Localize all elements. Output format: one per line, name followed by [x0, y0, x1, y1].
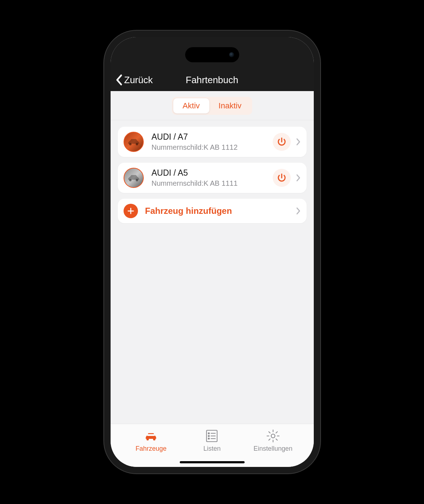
disclosure-indicator [296, 207, 301, 215]
vehicle-text: AUDI / A5 Nummernschild:K AB 1111 [152, 168, 273, 188]
gear-icon [265, 428, 281, 444]
segmented-control: Aktiv Inaktiv [172, 97, 252, 115]
power-toggle-button[interactable] [273, 169, 291, 187]
tab-bar: Fahrzeuge Listen Eins [111, 424, 314, 467]
phone-frame: Zurück Fahrtenbuch Aktiv Inaktiv [104, 31, 320, 473]
vehicle-avatar [124, 168, 144, 188]
svg-point-14 [271, 434, 275, 438]
tab-fahrzeuge[interactable]: Fahrzeuge [126, 428, 176, 467]
vehicle-list: AUDI / A7 Nummernschild:K AB 1112 [111, 120, 314, 424]
disclosure-indicator [296, 138, 301, 146]
power-icon [277, 137, 287, 147]
svg-point-12 [209, 438, 210, 439]
segmented-control-wrap: Aktiv Inaktiv [111, 91, 314, 120]
vehicle-subtitle: Nummernschild:K AB 1111 [152, 179, 273, 188]
vehicle-row[interactable]: AUDI / A7 Nummernschild:K AB 1112 [118, 127, 307, 157]
vehicle-title: AUDI / A7 [152, 132, 273, 142]
segment-inaktiv[interactable]: Inaktiv [209, 98, 251, 113]
tab-label: Listen [203, 445, 220, 453]
vehicle-text: AUDI / A7 Nummernschild:K AB 1112 [152, 132, 273, 152]
vehicle-subtitle: Nummernschild:K AB 1112 [152, 143, 273, 152]
svg-rect-4 [147, 434, 155, 436]
chevron-right-icon [296, 174, 301, 182]
chevron-right-icon [296, 207, 301, 215]
chevron-right-icon [296, 138, 301, 146]
phone-screen: Zurück Fahrtenbuch Aktiv Inaktiv [111, 37, 314, 467]
plate-label: Nummernschild: [152, 179, 204, 187]
plate-label: Nummernschild: [152, 143, 204, 151]
home-indicator[interactable] [180, 461, 245, 463]
tab-einstellungen[interactable]: Einstellungen [248, 428, 298, 467]
car-icon [143, 428, 159, 444]
chevron-left-icon [115, 74, 123, 86]
vehicle-row[interactable]: AUDI / A5 Nummernschild:K AB 1111 [118, 163, 307, 193]
svg-point-5 [147, 438, 149, 441]
power-icon [277, 173, 287, 183]
list-icon [204, 428, 219, 444]
dynamic-island [185, 47, 239, 62]
front-camera [229, 52, 234, 57]
svg-point-2 [129, 179, 131, 181]
power-toggle-button[interactable] [273, 133, 291, 151]
add-vehicle-label: Fahrzeug hinzufügen [145, 206, 294, 216]
back-button[interactable]: Zurück [111, 74, 153, 86]
navigation-bar: Zurück Fahrtenbuch [111, 37, 314, 91]
car-icon [126, 170, 141, 185]
tab-label: Fahrzeuge [135, 445, 166, 453]
segment-aktiv[interactable]: Aktiv [173, 98, 209, 113]
plus-icon [127, 207, 135, 215]
plate-value: K AB 1111 [204, 179, 238, 187]
svg-point-0 [129, 143, 131, 145]
plus-icon-circle [124, 204, 138, 218]
svg-point-8 [209, 433, 210, 434]
add-vehicle-button[interactable]: Fahrzeug hinzufügen [118, 199, 307, 223]
car-icon [126, 134, 141, 149]
svg-point-10 [209, 435, 210, 436]
back-label: Zurück [124, 75, 153, 86]
tab-label: Einstellungen [254, 445, 293, 453]
vehicle-title: AUDI / A5 [152, 168, 273, 178]
svg-point-1 [135, 143, 138, 145]
disclosure-indicator [296, 174, 301, 182]
vehicle-avatar [124, 132, 144, 152]
plate-value: K AB 1112 [204, 143, 238, 151]
svg-point-6 [153, 438, 156, 441]
svg-point-3 [135, 179, 138, 181]
